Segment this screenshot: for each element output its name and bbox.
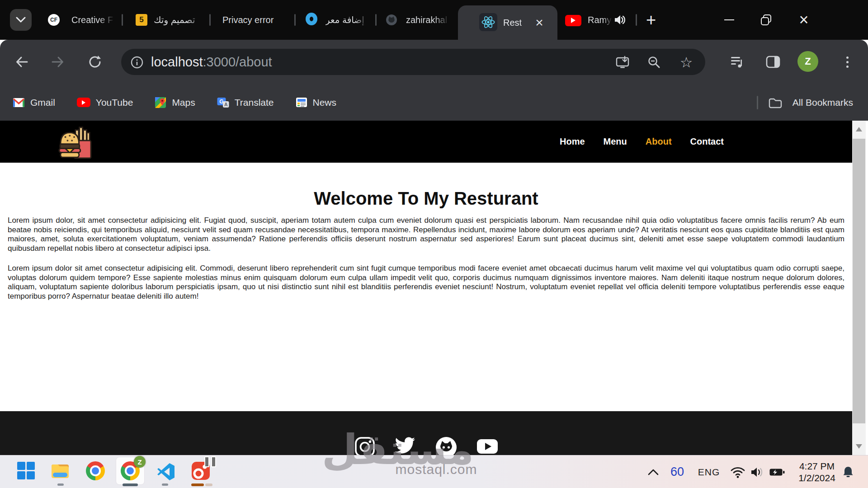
tab-close-button[interactable]: × [530, 14, 548, 32]
forward-button[interactable] [45, 49, 71, 75]
start-button[interactable] [17, 462, 35, 479]
three-dots-icon [846, 56, 849, 68]
tab-label[interactable]: تصميم وتك [154, 14, 204, 26]
tab-audio-button[interactable] [613, 13, 627, 27]
nav-link-home[interactable]: Home [560, 136, 585, 147]
tab-label[interactable]: إضافة معر [326, 14, 369, 26]
restaurant-logo[interactable] [58, 124, 92, 162]
bookmark-maps[interactable]: Maps [155, 97, 195, 108]
chrome-button[interactable] [86, 461, 105, 480]
bookmark-label: Translate [235, 97, 274, 108]
nav-link-menu[interactable]: Menu [604, 136, 627, 147]
wifi-button[interactable] [729, 455, 747, 488]
install-app-button[interactable] [615, 55, 630, 70]
tab-label[interactable]: Ramy [588, 14, 612, 26]
url-path: :3000/about [203, 55, 272, 69]
tab-favicon-khamsat[interactable]: 5 [136, 14, 147, 26]
speaker-icon [750, 466, 765, 479]
tab-label[interactable]: Creative F [71, 14, 115, 26]
screen: CF Creative F 5 تصميم وتك Privacy error … [0, 0, 868, 488]
react-favicon-box [479, 13, 497, 31]
speaker-icon [613, 13, 627, 27]
clock[interactable]: 4:27 PM 1/2/2024 [792, 455, 842, 488]
instagram-icon[interactable] [354, 436, 375, 455]
social-icons-row [0, 436, 852, 455]
scrollbar-thumb[interactable] [853, 139, 865, 423]
scrollbar-track[interactable] [852, 121, 866, 455]
bookmarks-separator [757, 96, 758, 109]
tab-label[interactable]: zahirakhal [406, 14, 449, 26]
page-title: Welcome To My Resturant [0, 188, 852, 209]
battery-button[interactable] [768, 455, 787, 488]
notifications-button[interactable] [839, 455, 857, 488]
bell-icon [841, 465, 855, 479]
youtube-icon[interactable] [476, 436, 498, 455]
address-bar[interactable]: localhost:3000/about ☆ [121, 49, 705, 75]
all-bookmarks[interactable]: All Bookmarks [757, 84, 853, 121]
reload-button[interactable] [82, 49, 108, 75]
bookmark-youtube[interactable]: YouTube [77, 97, 133, 108]
close-icon: × [799, 12, 808, 28]
site-info-button[interactable] [129, 55, 145, 70]
install-icon [615, 55, 630, 70]
youtube-icon [77, 98, 90, 107]
volume-button[interactable] [749, 455, 767, 488]
chevron-down-icon [16, 17, 26, 23]
nav-link-about[interactable]: About [646, 136, 672, 147]
tab-search-button[interactable] [10, 9, 32, 31]
github-icon[interactable] [435, 436, 458, 455]
new-tab-button[interactable]: + [641, 10, 661, 30]
active-running-indicator [123, 483, 138, 486]
forward-arrow-icon [51, 55, 65, 69]
window-restore-button[interactable] [754, 7, 779, 33]
about-paragraph-1: Lorem ipsum dolor, sit amet consectetur … [8, 216, 844, 253]
running-indicator [57, 483, 64, 486]
bookmarks-group: Gmail YouTube Maps [13, 84, 336, 121]
twitter-icon[interactable] [394, 436, 416, 455]
tab-active-restaurant[interactable]: Rest × [458, 5, 557, 40]
language-indicator[interactable]: ENG [696, 455, 722, 488]
tab-favicon-creative-fabrica[interactable]: CF [48, 14, 60, 26]
minimize-icon [724, 19, 734, 20]
youtube-icon [565, 15, 581, 26]
window-minimize-button[interactable] [717, 7, 742, 33]
vscode-icon [157, 462, 175, 480]
bookmark-star-button[interactable]: ☆ [679, 55, 694, 70]
side-panel-button[interactable] [760, 49, 786, 75]
tab-favicon-blue-circle[interactable] [306, 13, 317, 25]
running-indicator [191, 483, 204, 486]
burger-fries-icon [58, 124, 92, 160]
tab-favicon-github[interactable] [386, 14, 397, 26]
scrollbar-down-arrow-icon[interactable] [856, 444, 862, 449]
github-icon [386, 14, 397, 26]
web-page: Home Menu About Contact Welcome To My Re… [0, 121, 852, 455]
tab-favicon-youtube[interactable] [565, 14, 581, 26]
browser-menu-button[interactable] [835, 49, 860, 75]
back-arrow-icon [14, 55, 29, 69]
file-explorer-button[interactable] [51, 462, 70, 482]
tab-label[interactable]: Privacy error [222, 14, 286, 26]
back-button[interactable] [9, 49, 34, 75]
profile-avatar[interactable]: Z [797, 51, 818, 72]
reload-icon [88, 55, 102, 69]
bookmark-label: Maps [172, 97, 195, 108]
bookmarks-bar: Gmail YouTube Maps [0, 84, 868, 121]
bookmark-translate[interactable]: G A Translate [217, 97, 274, 108]
react-icon [481, 14, 496, 30]
tray-overflow-button[interactable] [646, 455, 661, 488]
bookmark-gmail[interactable]: Gmail [13, 97, 55, 108]
media-controls-button[interactable] [724, 49, 750, 75]
page-scrollbar[interactable] [852, 121, 868, 455]
scrollbar-up-arrow-icon[interactable] [856, 127, 862, 131]
tab-separator [209, 14, 211, 26]
chevron-up-icon [647, 469, 659, 476]
vscode-button[interactable] [157, 462, 175, 482]
zoom-level-button[interactable] [646, 55, 662, 70]
tray-battery-percent-badge[interactable]: 60 [666, 455, 688, 488]
nav-link-contact[interactable]: Contact [690, 136, 724, 147]
all-bookmarks-label: All Bookmarks [793, 97, 853, 108]
window-close-button[interactable]: × [791, 7, 816, 33]
blue-donut-icon [306, 13, 317, 25]
bookmark-news[interactable]: News [296, 97, 337, 108]
url-text[interactable]: localhost:3000/about [151, 49, 272, 75]
